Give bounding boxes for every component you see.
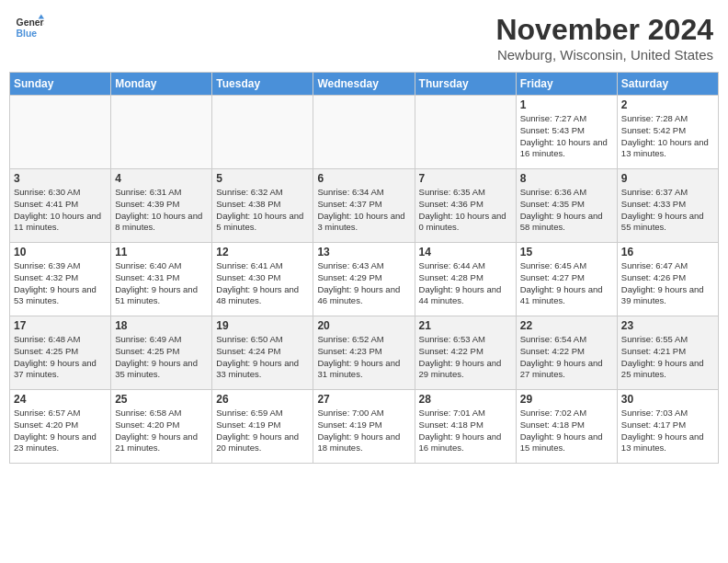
calendar-header-saturday: Saturday [617, 73, 718, 96]
calendar-header-wednesday: Wednesday [313, 73, 415, 96]
day-info: Sunrise: 6:50 AM Sunset: 4:24 PM Dayligh… [216, 334, 309, 381]
day-info: Sunrise: 6:37 AM Sunset: 4:33 PM Dayligh… [621, 187, 714, 234]
calendar-cell: 3Sunrise: 6:30 AM Sunset: 4:41 PM Daylig… [10, 169, 111, 243]
day-number: 3 [14, 172, 107, 185]
day-number: 11 [115, 246, 208, 259]
calendar-cell: 1Sunrise: 7:27 AM Sunset: 5:43 PM Daylig… [516, 96, 617, 169]
day-info: Sunrise: 6:43 AM Sunset: 4:29 PM Dayligh… [317, 260, 410, 307]
day-number: 29 [520, 393, 613, 406]
calendar-cell: 2Sunrise: 7:28 AM Sunset: 5:42 PM Daylig… [617, 96, 718, 169]
day-info: Sunrise: 6:49 AM Sunset: 4:25 PM Dayligh… [115, 334, 208, 381]
day-number: 15 [520, 246, 613, 259]
day-number: 18 [115, 319, 208, 332]
calendar-header-sunday: Sunday [10, 73, 111, 96]
calendar-cell: 24Sunrise: 6:57 AM Sunset: 4:20 PM Dayli… [10, 390, 111, 464]
calendar-cell: 9Sunrise: 6:37 AM Sunset: 4:33 PM Daylig… [617, 169, 718, 243]
calendar-cell: 4Sunrise: 6:31 AM Sunset: 4:39 PM Daylig… [111, 169, 212, 243]
day-info: Sunrise: 6:52 AM Sunset: 4:23 PM Dayligh… [317, 334, 410, 381]
location: Newburg, Wisconsin, United States [495, 47, 713, 63]
calendar-cell: 14Sunrise: 6:44 AM Sunset: 4:28 PM Dayli… [415, 243, 516, 316]
calendar-cell: 10Sunrise: 6:39 AM Sunset: 4:32 PM Dayli… [10, 243, 111, 316]
day-info: Sunrise: 6:35 AM Sunset: 4:36 PM Dayligh… [419, 187, 512, 234]
day-number: 17 [14, 319, 107, 332]
day-info: Sunrise: 6:40 AM Sunset: 4:31 PM Dayligh… [115, 260, 208, 307]
day-number: 10 [14, 246, 107, 259]
calendar: SundayMondayTuesdayWednesdayThursdayFrid… [9, 72, 719, 464]
calendar-cell: 11Sunrise: 6:40 AM Sunset: 4:31 PM Dayli… [111, 243, 212, 316]
calendar-cell: 23Sunrise: 6:55 AM Sunset: 4:21 PM Dayli… [617, 316, 718, 390]
day-info: Sunrise: 7:02 AM Sunset: 4:18 PM Dayligh… [520, 408, 613, 454]
day-number: 20 [317, 319, 410, 332]
svg-text:General: General [17, 17, 44, 28]
calendar-cell: 13Sunrise: 6:43 AM Sunset: 4:29 PM Dayli… [313, 243, 415, 316]
day-number: 22 [520, 319, 613, 332]
calendar-header-friday: Friday [516, 73, 617, 96]
calendar-header-tuesday: Tuesday [212, 73, 313, 96]
day-info: Sunrise: 6:30 AM Sunset: 4:41 PM Dayligh… [14, 187, 107, 234]
calendar-cell: 25Sunrise: 6:58 AM Sunset: 4:20 PM Dayli… [111, 390, 212, 464]
day-number: 8 [520, 172, 613, 185]
day-info: Sunrise: 6:32 AM Sunset: 4:38 PM Dayligh… [216, 187, 309, 234]
day-number: 28 [419, 393, 512, 406]
day-number: 16 [621, 246, 714, 259]
calendar-cell: 8Sunrise: 6:36 AM Sunset: 4:35 PM Daylig… [516, 169, 617, 243]
day-number: 21 [419, 319, 512, 332]
day-info: Sunrise: 6:47 AM Sunset: 4:26 PM Dayligh… [621, 260, 714, 307]
day-number: 4 [115, 172, 208, 185]
day-info: Sunrise: 6:48 AM Sunset: 4:25 PM Dayligh… [14, 334, 107, 381]
calendar-cell: 7Sunrise: 6:35 AM Sunset: 4:36 PM Daylig… [415, 169, 516, 243]
calendar-cell: 18Sunrise: 6:49 AM Sunset: 4:25 PM Dayli… [111, 316, 212, 390]
calendar-cell: 15Sunrise: 6:45 AM Sunset: 4:27 PM Dayli… [516, 243, 617, 316]
day-info: Sunrise: 6:39 AM Sunset: 4:32 PM Dayligh… [14, 260, 107, 307]
logo: General Blue [15, 13, 48, 42]
day-info: Sunrise: 7:03 AM Sunset: 4:17 PM Dayligh… [621, 408, 714, 454]
day-number: 14 [419, 246, 512, 259]
month-title: November 2024 [495, 13, 713, 47]
calendar-cell: 12Sunrise: 6:41 AM Sunset: 4:30 PM Dayli… [212, 243, 313, 316]
calendar-week-row: 17Sunrise: 6:48 AM Sunset: 4:25 PM Dayli… [10, 316, 719, 390]
day-number: 30 [621, 393, 714, 406]
day-info: Sunrise: 6:41 AM Sunset: 4:30 PM Dayligh… [216, 260, 309, 307]
day-info: Sunrise: 6:36 AM Sunset: 4:35 PM Dayligh… [520, 187, 613, 234]
calendar-cell: 16Sunrise: 6:47 AM Sunset: 4:26 PM Dayli… [617, 243, 718, 316]
calendar-cell: 28Sunrise: 7:01 AM Sunset: 4:18 PM Dayli… [415, 390, 516, 464]
day-info: Sunrise: 6:59 AM Sunset: 4:19 PM Dayligh… [216, 408, 309, 454]
calendar-week-row: 3Sunrise: 6:30 AM Sunset: 4:41 PM Daylig… [10, 169, 719, 243]
calendar-cell [10, 96, 111, 169]
calendar-cell [212, 96, 313, 169]
page-header: General Blue November 2024 Newburg, Wisc… [9, 9, 719, 66]
calendar-cell: 6Sunrise: 6:34 AM Sunset: 4:37 PM Daylig… [313, 169, 415, 243]
day-number: 9 [621, 172, 714, 185]
day-info: Sunrise: 6:58 AM Sunset: 4:20 PM Dayligh… [115, 408, 208, 454]
calendar-cell: 21Sunrise: 6:53 AM Sunset: 4:22 PM Dayli… [415, 316, 516, 390]
calendar-cell: 17Sunrise: 6:48 AM Sunset: 4:25 PM Dayli… [10, 316, 111, 390]
day-number: 1 [520, 98, 613, 111]
day-number: 27 [317, 393, 410, 406]
calendar-cell: 20Sunrise: 6:52 AM Sunset: 4:23 PM Dayli… [313, 316, 415, 390]
calendar-cell: 30Sunrise: 7:03 AM Sunset: 4:17 PM Dayli… [617, 390, 718, 464]
day-info: Sunrise: 7:28 AM Sunset: 5:42 PM Dayligh… [621, 113, 714, 160]
day-info: Sunrise: 6:53 AM Sunset: 4:22 PM Dayligh… [419, 334, 512, 381]
day-number: 7 [419, 172, 512, 185]
day-number: 24 [14, 393, 107, 406]
svg-marker-2 [39, 15, 44, 19]
day-number: 12 [216, 246, 309, 259]
day-info: Sunrise: 6:55 AM Sunset: 4:21 PM Dayligh… [621, 334, 714, 381]
day-info: Sunrise: 6:31 AM Sunset: 4:39 PM Dayligh… [115, 187, 208, 234]
calendar-week-row: 1Sunrise: 7:27 AM Sunset: 5:43 PM Daylig… [10, 96, 719, 169]
calendar-week-row: 10Sunrise: 6:39 AM Sunset: 4:32 PM Dayli… [10, 243, 719, 316]
svg-text:Blue: Blue [17, 29, 38, 39]
day-number: 5 [216, 172, 309, 185]
day-number: 13 [317, 246, 410, 259]
day-info: Sunrise: 6:57 AM Sunset: 4:20 PM Dayligh… [14, 408, 107, 454]
calendar-header-thursday: Thursday [415, 73, 516, 96]
day-number: 2 [621, 98, 714, 111]
calendar-cell [111, 96, 212, 169]
day-number: 25 [115, 393, 208, 406]
calendar-cell: 5Sunrise: 6:32 AM Sunset: 4:38 PM Daylig… [212, 169, 313, 243]
calendar-cell: 22Sunrise: 6:54 AM Sunset: 4:22 PM Dayli… [516, 316, 617, 390]
day-info: Sunrise: 6:44 AM Sunset: 4:28 PM Dayligh… [419, 260, 512, 307]
calendar-cell [313, 96, 415, 169]
calendar-cell: 27Sunrise: 7:00 AM Sunset: 4:19 PM Dayli… [313, 390, 415, 464]
title-block: November 2024 Newburg, Wisconsin, United… [495, 13, 713, 63]
